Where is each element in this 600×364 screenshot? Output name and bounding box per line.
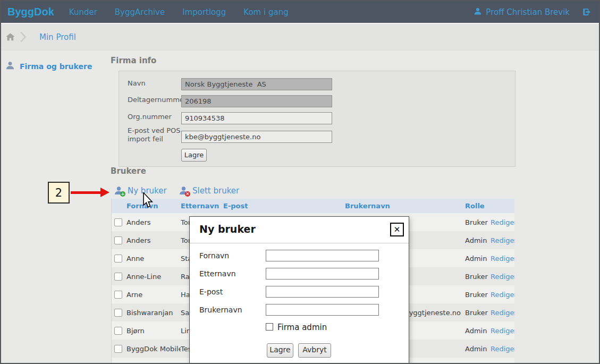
cell-rolle: Bruker [465,218,491,226]
row-checkbox[interactable] [114,218,122,226]
firma-info-title: Firma info [111,56,156,65]
modal-cancel-button[interactable]: Avbryt [298,343,331,358]
rediger-link[interactable]: Rediger [491,291,515,299]
modal-epost-label: E-post [199,287,223,296]
firma-info-panel: Navn Norsk Byggtjeneste AS Deltagernumme… [119,71,516,167]
cell-fornavn: Bishwaranjan [126,309,181,317]
navbar-right: Proff Christian Brevik [474,7,591,18]
nav-user-name: Proff Christian Brevik [486,7,570,17]
row-checkbox[interactable] [114,327,122,335]
rediger-link[interactable]: Rediger [491,327,515,335]
cell-rolle: Admin [465,236,491,244]
row-checkbox-cell [112,218,126,226]
breadcrumb: Min Profil [1,23,599,50]
navn-label: Navn [128,79,184,88]
home-icon[interactable] [5,32,15,42]
nav-item-byggarchive[interactable]: ByggArchive [115,7,165,17]
delete-user-button[interactable]: ✕ Slett bruker [179,185,239,196]
rediger-link[interactable]: Rediger [491,218,515,226]
users-table-header: Fornavn Etternavn E-post Brukernavn Roll… [112,199,514,213]
row-checkbox[interactable] [114,255,122,263]
row-checkbox-cell [112,308,126,317]
header-etternavn[interactable]: Etternavn [181,202,223,210]
app-logo[interactable]: ByggDok [7,6,54,18]
step-annotation-badge: 2 [48,182,70,204]
rediger-link[interactable]: Rediger [491,345,515,353]
cell-rolle: Admin [465,345,491,353]
sidebar-item-firma-og-brukere[interactable]: Firma og brukere [5,61,92,72]
orgnummer-field[interactable]: 910934538 [181,112,332,124]
navn-field: Norsk Byggtjeneste AS [181,78,332,90]
nav-item-kom-i-gang[interactable]: Kom i gang [243,7,288,17]
orgnummer-label: Org.nummer [128,113,184,121]
top-navbar: ByggDok KunderByggArchiveImportloggKom i… [1,1,599,23]
user-icon [474,7,482,18]
x-badge-icon: ✕ [185,191,190,197]
new-user-modal: Ny bruker ✕ Fornavn Etternavn E-post Bru… [189,216,409,364]
cell-rolle: Bruker [465,309,491,317]
nav-item-kunder[interactable]: Kunder [69,7,97,17]
row-checkbox-cell [112,344,126,353]
modal-etternavn-input[interactable] [266,268,379,280]
row-checkbox-cell [112,254,126,263]
header-fornavn[interactable]: Fornavn [126,202,181,210]
modal-header: Ny bruker ✕ [190,217,409,243]
delete-user-icon: ✕ [179,185,189,196]
row-checkbox[interactable] [114,345,122,353]
epost-pos-field[interactable]: kbe@byggtjeneste.no [181,131,332,143]
modal-etternavn-label: Etternavn [199,269,236,278]
delete-user-label: Slett bruker [192,186,239,196]
firma-save-button[interactable]: Lagre [181,149,207,162]
users-icon [5,61,15,72]
sidebar-item-label: Firma og brukere [20,62,92,71]
modal-brukernavn-label: Brukernavn [199,306,242,314]
rediger-link[interactable]: Rediger [491,273,515,281]
modal-save-button[interactable]: Lagre [267,343,293,358]
cell-fornavn: Anne-Line [126,273,181,281]
cell-rolle: Bruker [465,291,491,299]
app-window: ByggDok KunderByggArchiveImportloggKom i… [0,0,600,364]
header-brukernavn[interactable]: Brukernavn [345,202,465,210]
nav-item-importlogg[interactable]: Importlogg [182,7,226,17]
modal-title: Ny bruker [199,223,256,235]
cell-fornavn: Arne [126,291,181,299]
row-checkbox[interactable] [114,291,122,299]
epost-pos-label: E-post ved POS import feil [128,126,184,143]
add-user-icon: + [114,185,124,196]
rediger-link[interactable]: Rediger [491,236,515,244]
row-checkbox[interactable] [114,273,122,281]
row-checkbox-cell [112,290,126,299]
main-nav: KunderByggArchiveImportloggKom i gang [69,7,289,17]
modal-fornavn-label: Fornavn [199,251,229,260]
cell-rolle: Admin [465,327,491,335]
deltagernummer-label: Deltagernummer [128,96,184,104]
modal-epost-input[interactable] [266,286,379,298]
brukere-title: Brukere [111,166,146,176]
mouse-cursor-icon [142,192,154,210]
new-user-button[interactable]: + Ny bruker [114,185,167,196]
rediger-link[interactable]: Rediger [491,255,515,263]
annotation-arrow-icon [71,188,110,198]
rediger-link[interactable]: Rediger [491,309,515,317]
cell-rolle: Admin [465,255,491,263]
cell-fornavn: Anders [126,236,181,244]
nav-user-menu[interactable]: Proff Christian Brevik [474,7,570,18]
row-checkbox-cell [112,326,126,335]
header-epost[interactable]: E-post [223,202,345,210]
row-checkbox[interactable] [114,309,122,317]
firma-admin-checkbox[interactable] [266,323,273,331]
breadcrumb-current[interactable]: Min Profil [39,32,76,42]
logout-icon[interactable] [582,7,591,16]
firma-admin-label: Firma admin [277,323,327,332]
row-checkbox[interactable] [114,236,122,244]
cell-fornavn: Anders [126,218,181,226]
modal-fornavn-input[interactable] [266,250,379,261]
row-checkbox-cell [112,236,126,244]
cell-fornavn: Bjørn [126,327,181,335]
close-icon[interactable]: ✕ [390,223,404,236]
cell-fornavn: ByggDok Mobile [126,345,181,353]
chevron-right-icon [20,31,27,43]
header-rolle[interactable]: Rolle [465,202,491,210]
modal-brukernavn-input[interactable] [266,304,379,316]
deltagernummer-field: 206198 [181,95,332,107]
